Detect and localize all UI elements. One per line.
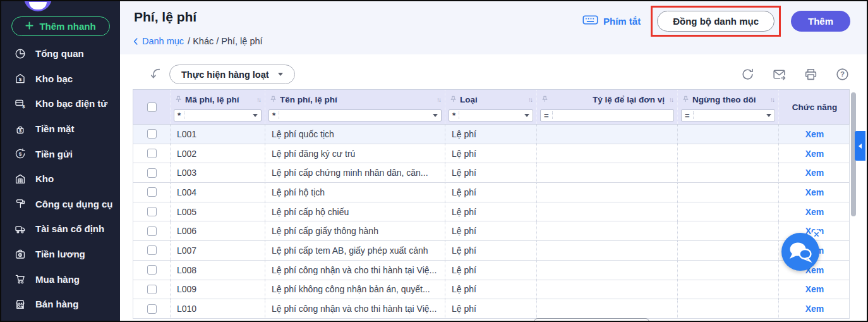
sidebar-item[interactable]: Tài sản cố định [1, 216, 120, 242]
sales-icon [14, 298, 27, 311]
add-button[interactable]: Thêm [791, 11, 850, 32]
row-checkbox[interactable] [147, 226, 157, 236]
filter-input-name[interactable]: * [268, 109, 442, 121]
row-checkbox[interactable] [147, 285, 157, 294]
sidebar-item[interactable]: $ Tiền mặt [1, 116, 120, 142]
table-row[interactable]: L002 Lệ phí đăng ký cư trú Lệ phí Xem [133, 144, 849, 164]
cell-type: Lệ phí [445, 299, 536, 318]
table-row[interactable]: L003 Lệ phí cấp chứng minh nhân dân, căn… [133, 163, 849, 183]
row-checkbox[interactable] [147, 168, 157, 178]
filter-caret-icon[interactable] [433, 114, 438, 117]
column-header-rate[interactable]: Tỷ lệ để lại đơn vị ↑↓ [536, 90, 677, 109]
cell-name: Lệ phí công nhận và cho thi hành tại Việ… [265, 261, 445, 280]
sidebar-item[interactable]: Tiền lương [1, 242, 120, 267]
view-link[interactable]: Xem [805, 149, 824, 159]
cell-rate [536, 125, 677, 144]
table-toolbar-icons: ? [740, 67, 850, 82]
filter-input-type[interactable]: * [449, 109, 533, 121]
shortcut-button[interactable]: Phím tắt [582, 14, 641, 28]
sidebar-item[interactable]: $ Kho bạc điện tử [1, 91, 120, 116]
refresh-icon[interactable] [740, 67, 755, 82]
pin-icon[interactable] [541, 96, 548, 103]
pin-icon[interactable] [450, 96, 457, 103]
mail-export-icon[interactable] [772, 67, 787, 82]
table-row[interactable]: L010 Lệ phí công nhận và cho thi hành tạ… [133, 299, 849, 319]
cell-rate [536, 144, 677, 163]
sidebar-item[interactable]: Mua hàng [1, 266, 120, 292]
deposit-icon: $ [14, 147, 27, 160]
sort-icon[interactable]: ↑↓ [528, 96, 532, 103]
chat-fab-button[interactable] [781, 233, 819, 271]
column-header-stop[interactable]: Ngừng theo dõi ↑↓ [677, 90, 778, 109]
sort-icon[interactable]: ↑↓ [256, 96, 260, 103]
chat-close-badge[interactable] [812, 230, 821, 239]
cell-code: L007 [170, 241, 265, 260]
view-link[interactable]: Xem [805, 129, 824, 139]
app-logo[interactable] [24, 1, 52, 11]
cell-type: Lệ phí [445, 261, 536, 280]
filter-input-stop[interactable]: = [681, 109, 775, 121]
print-icon[interactable] [804, 67, 818, 82]
bulk-action-label: Thực hiện hàng loạt [181, 70, 269, 80]
cell-code: L003 [170, 163, 265, 182]
view-link[interactable]: Xem [805, 187, 824, 197]
breadcrumb-back-link[interactable]: Danh mục [142, 36, 184, 46]
breadcrumb-path: / Khác / Phí, lệ phí [188, 36, 263, 46]
bulk-action-dropdown[interactable]: Thực hiện hàng loạt [169, 65, 295, 84]
table-row[interactable]: L009 Lệ phí không công nhận bản án, quyế… [133, 280, 849, 300]
row-checkbox[interactable] [147, 304, 157, 314]
filter-caret-icon[interactable] [253, 114, 258, 117]
pin-icon[interactable] [682, 96, 689, 103]
row-checkbox[interactable] [147, 187, 157, 197]
cell-code: L010 [170, 299, 265, 318]
row-checkbox[interactable] [147, 265, 157, 275]
sort-icon[interactable]: ↑↓ [437, 96, 440, 103]
batch-arrow-icon[interactable] [148, 66, 163, 84]
sort-icon[interactable]: ↑↓ [770, 96, 774, 103]
column-header-code[interactable]: Mã phí, lệ phí ↑↓ [170, 90, 265, 109]
pin-icon[interactable] [270, 96, 277, 103]
sidebar-item[interactable]: Công cụ dụng cụ [1, 192, 120, 217]
filter-caret-icon[interactable] [524, 114, 529, 117]
filter-input-rate[interactable]: = [540, 109, 674, 121]
column-header-type[interactable]: Loại ↑↓ [445, 90, 536, 109]
chevron-left-icon [133, 37, 138, 46]
sidebar-item-label: Tiền lương [35, 249, 85, 259]
row-checkbox[interactable] [147, 149, 157, 158]
sidebar-item[interactable]: Bán hàng [1, 292, 120, 317]
view-link[interactable]: Xem [805, 207, 824, 217]
table-row[interactable]: L007 Lệ phí cấp tem AB, giấy phép xuất c… [133, 241, 849, 261]
view-link[interactable]: Xem [805, 284, 824, 294]
row-checkbox[interactable] [147, 129, 157, 139]
cell-stop [677, 163, 778, 182]
sort-icon[interactable]: ↑↓ [669, 96, 673, 103]
column-header-name[interactable]: Tên phí, lệ phí ↑↓ [265, 90, 445, 109]
sidebar-item[interactable]: $ Kho bạc [1, 66, 120, 92]
table-row[interactable]: L008 Lệ phí công nhận và cho thi hành tạ… [133, 261, 849, 280]
plus-icon [25, 21, 33, 32]
table-row[interactable]: L004 Lệ phí hộ tịch Lệ phí Xem [133, 183, 849, 202]
filter-caret-icon[interactable] [766, 114, 771, 117]
row-checkbox[interactable] [147, 207, 157, 216]
sidebar-item[interactable]: $ Tiền gửi [1, 141, 120, 166]
view-link[interactable]: Xem [805, 304, 824, 314]
cell-stop [677, 299, 778, 318]
cell-code: L008 [170, 261, 265, 280]
sidebar-item[interactable]: Tổng quan [1, 41, 120, 66]
quick-add-button[interactable]: Thêm nhanh [11, 16, 110, 36]
sidebar-item[interactable]: Kho [1, 166, 120, 192]
sync-catalog-button[interactable]: Đồng bộ danh mục [657, 11, 775, 32]
table-row[interactable]: L005 Lệ phí cấp hộ chiếu Lệ phí Xem [133, 202, 849, 222]
table-row[interactable]: L006 Lệ phí cấp giấy thông hành Lệ phí X… [133, 221, 849, 241]
filter-input-code[interactable]: * [174, 109, 262, 121]
chevron-down-icon [278, 73, 283, 76]
select-all-cell [133, 90, 170, 124]
help-icon[interactable]: ? [835, 67, 850, 82]
pin-icon[interactable] [175, 96, 182, 103]
select-all-checkbox[interactable] [147, 102, 157, 112]
keyboard-icon [582, 14, 598, 28]
view-link[interactable]: Xem [805, 168, 824, 178]
table-row[interactable]: L001 Lệ phí quốc tịch Lệ phí Xem [133, 125, 849, 144]
panel-collapse-tab[interactable] [855, 131, 865, 161]
row-checkbox[interactable] [147, 245, 157, 255]
